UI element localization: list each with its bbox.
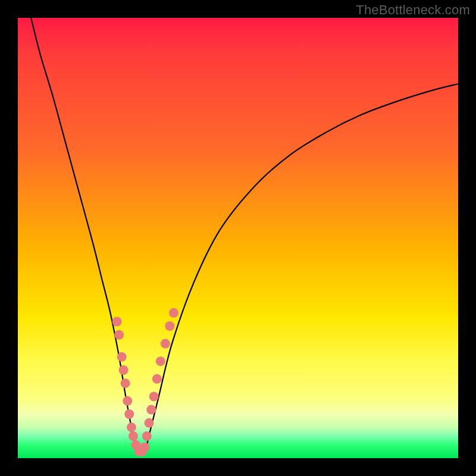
curve-layer bbox=[18, 18, 458, 458]
data-marker bbox=[161, 339, 170, 349]
data-marker bbox=[149, 392, 159, 401]
data-marker bbox=[121, 378, 130, 388]
data-marker bbox=[152, 374, 162, 384]
data-marker bbox=[142, 431, 152, 441]
data-marker bbox=[169, 308, 178, 318]
bottleneck-curve bbox=[31, 18, 458, 454]
plot-area bbox=[18, 18, 458, 458]
data-marker bbox=[156, 356, 165, 366]
data-marker bbox=[145, 418, 154, 428]
data-marker bbox=[140, 443, 149, 452]
data-marker bbox=[146, 405, 156, 415]
data-marker bbox=[127, 422, 136, 432]
chart-frame: TheBottleneck.com bbox=[0, 0, 476, 476]
data-marker bbox=[124, 409, 134, 419]
data-marker bbox=[117, 352, 127, 362]
data-marker bbox=[129, 431, 138, 441]
data-marker bbox=[112, 317, 122, 327]
attribution-label: TheBottleneck.com bbox=[356, 2, 470, 18]
data-marker bbox=[119, 365, 129, 375]
marker-layer bbox=[112, 308, 178, 456]
data-marker bbox=[165, 321, 174, 331]
data-marker bbox=[114, 330, 124, 340]
data-marker bbox=[123, 396, 132, 406]
